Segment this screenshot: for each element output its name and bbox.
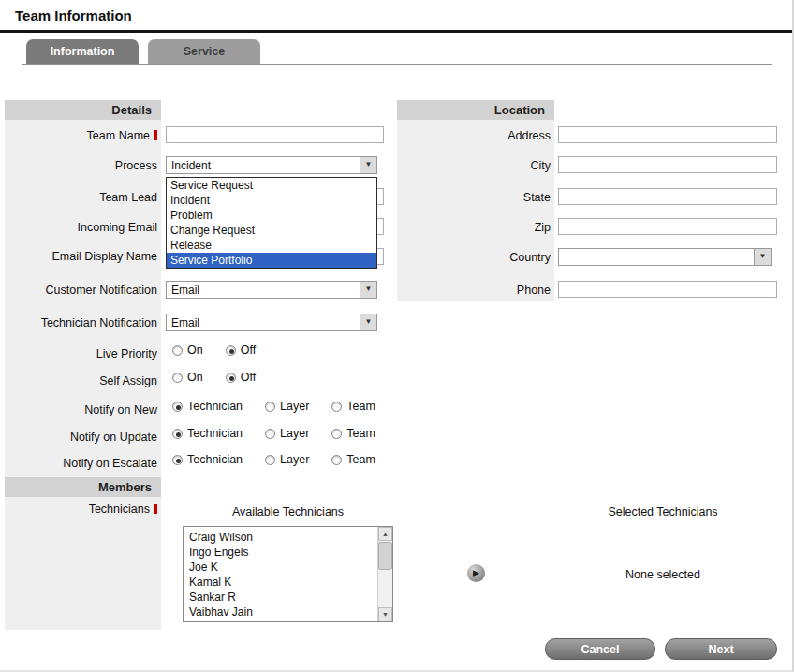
- option-problem[interactable]: Problem: [167, 208, 376, 223]
- zip-label: Zip: [397, 220, 551, 235]
- country-select[interactable]: ▼: [558, 248, 772, 266]
- option-incident[interactable]: Incident: [167, 193, 376, 208]
- tab-information[interactable]: Information: [26, 39, 139, 64]
- available-technicians-listbox[interactable]: Craig WilsonIngo EngelsJoe KKamal KSanka…: [183, 526, 393, 622]
- radio-option-label: Team: [346, 453, 375, 466]
- radio-option-label: Technician: [187, 400, 243, 413]
- radio-option-label: Layer: [280, 453, 309, 466]
- selected-technicians-empty: None selected: [560, 568, 766, 581]
- radio-self-assign-on[interactable]: On: [172, 371, 203, 384]
- customer-notification-label: Customer Notification: [5, 283, 157, 298]
- radio-option-label: Team: [346, 400, 375, 413]
- radio-live-priority-off[interactable]: Off: [226, 343, 256, 357]
- address-input[interactable]: [558, 126, 777, 143]
- scrollbar-thumb[interactable]: [378, 542, 392, 570]
- radio-circle[interactable]: [172, 345, 183, 356]
- option-sankar-r[interactable]: Sankar R: [184, 590, 377, 605]
- radio-circle[interactable]: [172, 402, 183, 412]
- title-divider: [0, 30, 794, 33]
- process-dropdown-list[interactable]: Service RequestIncidentProblemChange Req…: [166, 177, 377, 269]
- chevron-down-icon[interactable]: ▼: [360, 282, 376, 298]
- address-label: Address: [397, 128, 551, 143]
- process-select[interactable]: Incident ▼: [166, 156, 377, 174]
- state-input[interactable]: [558, 188, 777, 205]
- radio-option-label: Team: [346, 427, 375, 440]
- option-service-request[interactable]: Service Request: [167, 178, 376, 193]
- radio-circle[interactable]: [265, 402, 275, 412]
- notify-on-update-radio-group: TechnicianLayerTeam: [172, 427, 398, 440]
- technician-notification-select[interactable]: Email ▼: [166, 314, 377, 331]
- radio-circle[interactable]: [226, 373, 236, 383]
- radio-notify-on-update-technician[interactable]: Technician: [172, 427, 243, 440]
- option-vaibhav-jain[interactable]: Vaibhav Jain: [184, 605, 377, 620]
- radio-live-priority-on[interactable]: On: [172, 343, 203, 357]
- option-kamal-k[interactable]: Kamal K: [184, 575, 377, 590]
- radio-notify-on-escalate-technician[interactable]: Technician: [172, 453, 243, 466]
- option-craig-wilson[interactable]: Craig Wilson: [184, 530, 377, 545]
- radio-circle[interactable]: [172, 455, 183, 465]
- option-joe-k[interactable]: Joe K: [184, 560, 377, 575]
- technician-notification-label: Technician Notification: [5, 315, 157, 330]
- team-name-input[interactable]: [166, 126, 384, 143]
- radio-option-label: Layer: [280, 400, 309, 413]
- radio-circle[interactable]: [331, 455, 342, 465]
- location-section-header: Location: [397, 100, 554, 120]
- phone-input[interactable]: [558, 281, 777, 298]
- chevron-down-icon[interactable]: ▼: [754, 249, 771, 265]
- customer-notification-value: Email: [171, 284, 199, 297]
- page-title: Team Information: [15, 7, 132, 23]
- available-technicians-items: Craig WilsonIngo EngelsJoe KKamal KSanka…: [184, 527, 377, 621]
- team-information-page: Team Information Information Service Det…: [0, 0, 794, 672]
- notify-on-escalate-label: Notify on Escalate: [5, 456, 157, 471]
- radio-notify-on-update-team[interactable]: Team: [331, 427, 375, 440]
- radio-circle[interactable]: [226, 345, 236, 356]
- move-right-button[interactable]: ▶: [467, 564, 485, 582]
- chevron-down-icon[interactable]: ▼: [360, 157, 376, 173]
- radio-option-label: Off: [241, 343, 256, 357]
- cancel-button[interactable]: Cancel: [545, 638, 655, 660]
- live-priority-radio-group: OnOff: [172, 343, 278, 357]
- radio-circle[interactable]: [265, 455, 275, 465]
- self-assign-label: Self Assign: [5, 373, 157, 388]
- option-release[interactable]: Release: [167, 238, 376, 253]
- radio-notify-on-update-layer[interactable]: Layer: [265, 427, 309, 440]
- country-label: Country: [397, 250, 551, 265]
- next-button[interactable]: Next: [665, 638, 777, 660]
- radio-circle[interactable]: [172, 429, 183, 439]
- radio-notify-on-escalate-team[interactable]: Team: [331, 453, 375, 466]
- members-section-header: Members: [5, 477, 161, 497]
- radio-circle[interactable]: [331, 429, 342, 439]
- scroll-down-icon[interactable]: ▼: [378, 607, 392, 621]
- scroll-up-icon[interactable]: ▲: [378, 527, 392, 541]
- state-label: State: [397, 190, 551, 205]
- notify-on-escalate-radio-group: TechnicianLayerTeam: [172, 453, 398, 466]
- chevron-down-icon[interactable]: ▼: [360, 314, 376, 330]
- radio-notify-on-escalate-layer[interactable]: Layer: [265, 453, 309, 466]
- city-input[interactable]: [558, 156, 777, 173]
- process-label: Process: [5, 158, 157, 173]
- option-service-portfolio[interactable]: Service Portfolio: [167, 253, 376, 268]
- radio-option-label: Technician: [187, 453, 243, 466]
- selected-technicians-title: Selected Technicians: [560, 505, 766, 519]
- customer-notification-select[interactable]: Email ▼: [166, 281, 377, 299]
- tab-service[interactable]: Service: [148, 39, 260, 64]
- option-ingo-engels[interactable]: Ingo Engels: [184, 545, 377, 560]
- radio-circle[interactable]: [265, 429, 275, 439]
- radio-circle[interactable]: [331, 402, 342, 412]
- radio-notify-on-new-team[interactable]: Team: [331, 400, 375, 413]
- zip-input[interactable]: [558, 218, 777, 235]
- self-assign-radio-group: OnOff: [172, 371, 278, 384]
- radio-self-assign-off[interactable]: Off: [226, 371, 256, 384]
- radio-circle[interactable]: [172, 373, 183, 383]
- email-display-name-label: Email Display Name: [5, 249, 157, 264]
- option-change-request[interactable]: Change Request: [167, 223, 376, 238]
- live-priority-label: Live Priority: [5, 346, 157, 361]
- radio-option-label: Technician: [187, 427, 243, 440]
- listbox-scrollbar[interactable]: ▲ ▼: [377, 527, 392, 621]
- radio-option-label: Off: [241, 371, 256, 384]
- details-label-column: [5, 100, 161, 630]
- process-select-value: Incident: [171, 159, 211, 172]
- radio-notify-on-new-technician[interactable]: Technician: [172, 400, 243, 413]
- radio-notify-on-new-layer[interactable]: Layer: [265, 400, 309, 413]
- radio-option-label: Layer: [280, 427, 309, 440]
